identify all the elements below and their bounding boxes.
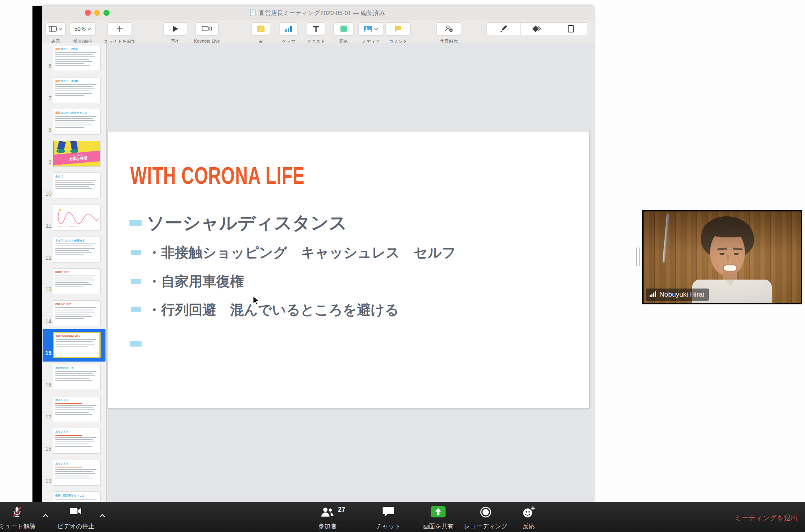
toolbar-item-再生[interactable]: 再生 [164,22,187,35]
toolbar-button-keynote-live[interactable] [195,22,219,35]
slide-thumbnail-row-19[interactable]: 19ポイント③ [42,460,106,491]
toolbar-button-media[interactable] [358,22,383,35]
thumbnail-text-line [55,476,89,476]
slide-thumbnail[interactable]: 新型コロナ 3行動 [53,77,101,103]
thumbnail-text-line [55,61,92,62]
slide-thumbnail-row-18[interactable]: 18ポイント② [42,428,106,459]
slide-thumbnail[interactable]: HOME LIFE [53,268,101,294]
text-icon [312,25,320,33]
slide-thumbnail-row-14[interactable]: 14ONLINE LIFE [42,300,106,331]
participant-video-tile[interactable]: Nobuyuki Hirai [642,210,802,304]
thumbnail-text-line [55,414,92,415]
toolbar-button-comment[interactable] [385,22,411,35]
slide-thumbnail[interactable]: WITHCORONA LIFE [53,332,101,358]
document-icon-glyph [250,9,256,16]
share-button[interactable] [431,506,446,519]
slide-title: WITH CORONA LIFE [130,162,305,190]
toolbar-item-スライドを追加[interactable]: スライドを追加 [108,22,132,35]
slide-thumbnail[interactable]: ONLINE LIFE [53,300,101,326]
slide-thumbnail[interactable]: ライフスタイルが変わる [53,237,101,263]
minimize-traffic-light[interactable] [94,10,100,16]
mute-icon [11,506,24,518]
video-chevron[interactable] [99,512,105,519]
slide-navigator[interactable]: 6新型コロナ 2営業7新型コロナ 3行動8新型コロナに向けチャンス9もっとも大事… [42,43,107,502]
slide-number: 11 [42,222,52,229]
toolbar-item-グラフ[interactable]: グラフ [279,22,298,35]
slide-thumbnail[interactable]: ポイント① [53,396,101,422]
slide-thumbnail-row-8[interactable]: 8新型コロナに向けチャンス [42,109,106,140]
slide-thumbnail[interactable]: 会員・固定客をもつこと [53,491,101,502]
slide-thumbnail[interactable]: 今まで [53,172,101,198]
toolbar-button-view[interactable] [45,22,66,35]
slide-thumbnail-row-12[interactable]: 12ライフスタイルが変わる [42,237,106,267]
toolbar-item-書類[interactable]: 書類 [554,23,588,35]
toolbar-item-Keynote Live[interactable]: Keynote Live [195,22,219,35]
thumbnail-text-line [55,118,93,119]
slide-thumbnail-row-17[interactable]: 17ポイント① [42,396,106,427]
slide-thumbnail-row-11[interactable]: 11〜〜〜 [42,205,106,235]
toolbar-button-play[interactable] [164,22,187,35]
slide-thumbnail[interactable]: 新型コロナ 2営業 [53,45,101,71]
toolbar-item-共同制作[interactable]: 共同制作 [436,22,461,35]
toolbar-item-表示[interactable]: 表示 [45,22,66,35]
reactions-icon [522,506,536,518]
toolbar-item-図形[interactable]: 図形 [334,22,354,35]
slide-thumbnail-row-6[interactable]: 6新型コロナ 2営業 [42,45,106,76]
thumbnail-text-line [55,473,95,474]
toolbar-item-表[interactable]: 表 [252,22,270,35]
thumbnail-text-line [56,339,96,340]
slide-thumbnail[interactable]: ポイント③ [53,460,101,486]
slide-thumbnail-row-9[interactable]: 9もっとも大事な時期 [42,141,106,172]
toolbar-item-拡大/縮小[interactable]: 50%拡大/縮小 [70,22,96,35]
thumbnail-text-line [55,95,84,96]
toolbar-button-plus[interactable] [108,22,132,35]
format-segmented-control[interactable]: フォーマットアニメーション書類 [486,22,588,35]
leave-meeting-button[interactable]: ミーティングを退出 [735,513,798,523]
slide-thumbnail[interactable]: 〜〜〜 [53,205,101,230]
slide-thumbnail-row-7[interactable]: 7新型コロナ 3行動 [42,77,106,108]
current-slide[interactable]: WITH CORONA LIFE ソーシャルディスタンス・非接触ショッピング キ… [108,131,590,408]
record-button[interactable] [480,506,492,520]
toolbar-item-フォーマット[interactable]: フォーマット [487,23,520,35]
slide-thumbnail[interactable]: 美容室のニーズ [53,364,101,390]
slide-thumbnail[interactable]: もっとも大事な時期 [53,141,101,167]
toolbar-button-text[interactable] [307,22,325,35]
chat-button[interactable] [382,506,394,519]
toolbar-button-table[interactable] [252,22,270,35]
thumbnail-text-line [55,444,89,444]
slide-thumbnail[interactable]: ポイント② [53,428,101,454]
toolbar-item-アニメーション[interactable]: アニメーション [520,23,554,35]
slide-thumbnail[interactable]: 新型コロナに向けチャンス [53,109,101,135]
thumbnail-text-line [55,250,89,251]
slide-thumbnail-row-10[interactable]: 10今まで [42,172,106,203]
thumbnail-text-line [55,56,95,57]
toolbar-button-shape[interactable] [334,22,354,35]
reactions-button[interactable] [522,506,536,520]
toolbar-item-テキスト[interactable]: テキスト [307,22,325,35]
mute-chevron[interactable] [42,512,49,519]
slide-thumbnail-row-15[interactable]: 15WITHCORONA LIFE [42,332,106,363]
chevron-down-icon [58,28,62,30]
toolbar-item-コメント[interactable]: コメント [385,22,411,35]
window-title: 直営店長ミーティング2020-05-01 — 編集済み [258,9,385,17]
thumbnail-title: 新型コロナ 3行動 [55,80,98,83]
slide-thumbnail-row-16[interactable]: 16美容室のニーズ [42,364,106,395]
thumbnail-text-line [55,314,89,314]
keynote-titlebar: 直営店長ミーティング2020-05-01 — 編集済み [42,6,594,20]
video-panel-collapse-handle[interactable] [636,248,640,266]
close-traffic-light[interactable] [85,10,91,16]
toolbar-button-collab[interactable] [436,22,461,35]
toolbar-button-chart[interactable] [279,22,298,35]
zoom-traffic-light[interactable] [103,10,110,16]
window-title-group: 直営店長ミーティング2020-05-01 — 編集済み [250,9,385,17]
thumbnail-text-line [55,286,84,287]
toolbar-item-メディア[interactable]: メディア [358,22,383,35]
bullet-text: ・自家用車復権 [147,272,244,291]
mute-button[interactable] [11,506,24,520]
toolbar-button-none[interactable]: 50% [70,22,96,35]
slide-thumbnail-row-20[interactable]: 20会員・固定客をもつこと [42,491,106,502]
keynote-window: 直営店長ミーティング2020-05-01 — 編集済み 表示50%拡大/縮小スラ… [42,6,594,502]
participants-button[interactable] [320,506,335,520]
video-button[interactable] [69,506,83,518]
slide-thumbnail-row-13[interactable]: 13HOME LIFE [42,268,106,299]
